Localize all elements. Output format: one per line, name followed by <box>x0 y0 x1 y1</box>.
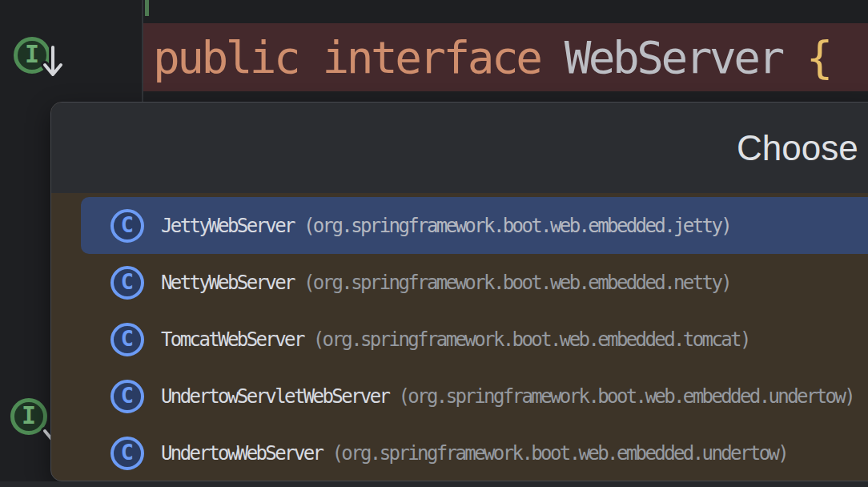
code-brace: { <box>806 31 830 83</box>
package-name: (org.springframework.boot.web.embedded.t… <box>313 328 749 351</box>
class-name: TomcatWebServer <box>161 328 303 351</box>
implemented-by-arrow-icon[interactable] <box>42 44 64 83</box>
package-name: (org.springframework.boot.web.embedded.u… <box>332 442 787 465</box>
class-name: UndertowServletWebServer <box>161 385 388 408</box>
class-icon-letter: C <box>121 384 134 406</box>
implementation-label: UndertowWebServer(org.springframework.bo… <box>161 442 787 465</box>
class-icon-letter: C <box>121 328 134 349</box>
class-name: UndertowWebServer <box>161 442 322 465</box>
editor-area-below-popup <box>0 481 868 487</box>
class-icon: C <box>111 380 144 413</box>
code-keyword: public interface <box>153 31 540 83</box>
class-icon-letter: C <box>121 441 134 463</box>
implementation-list-item[interactable]: C NettyWebServer(org.springframework.boo… <box>81 254 868 311</box>
class-icon: C <box>111 437 144 470</box>
popup-header[interactable]: Choose Implementation <box>51 103 868 193</box>
implementation-label: TomcatWebServer(org.springframework.boot… <box>161 328 749 351</box>
popup-title: Choose Implementation <box>737 103 868 193</box>
code-type-name: WebServer <box>540 31 806 83</box>
implementation-label: NettyWebServer(org.springframework.boot.… <box>161 272 730 294</box>
implementation-list-item[interactable]: C JettyWebServer(org.springframework.boo… <box>81 197 868 254</box>
package-name: (org.springframework.boot.web.embedded.u… <box>398 385 854 408</box>
implementation-label: UndertowServletWebServer(org.springframe… <box>161 385 854 408</box>
implementation-list-item[interactable]: C TomcatWebServer(org.springframework.bo… <box>81 311 868 368</box>
class-name: NettyWebServer <box>161 272 294 294</box>
class-icon: C <box>111 209 144 243</box>
class-icon: C <box>111 323 144 356</box>
choose-implementation-popup: Choose Implementation C JettyWebServer(o… <box>50 102 868 481</box>
package-name: (org.springframework.boot.web.embedded.j… <box>303 215 730 237</box>
interface-icon-letter: I <box>25 42 39 66</box>
class-icon: C <box>111 266 144 300</box>
code-text: public interface WebServer { <box>153 31 830 83</box>
class-icon-letter: C <box>121 271 134 292</box>
class-name: JettyWebServer <box>161 215 294 237</box>
implementation-label: JettyWebServer(org.springframework.boot.… <box>161 215 730 237</box>
interface-icon-letter: I <box>22 404 36 428</box>
vcs-change-marker <box>145 0 149 16</box>
implementation-list-item[interactable]: C UndertowServletWebServer(org.springfra… <box>81 368 868 425</box>
implementation-list: C JettyWebServer(org.springframework.boo… <box>51 193 868 481</box>
implementation-list-item[interactable]: C UndertowWebServer(org.springframework.… <box>81 425 868 481</box>
class-icon-letter: C <box>121 214 134 235</box>
current-code-line[interactable]: public interface WebServer { <box>143 23 868 91</box>
package-name: (org.springframework.boot.web.embedded.n… <box>303 272 730 294</box>
